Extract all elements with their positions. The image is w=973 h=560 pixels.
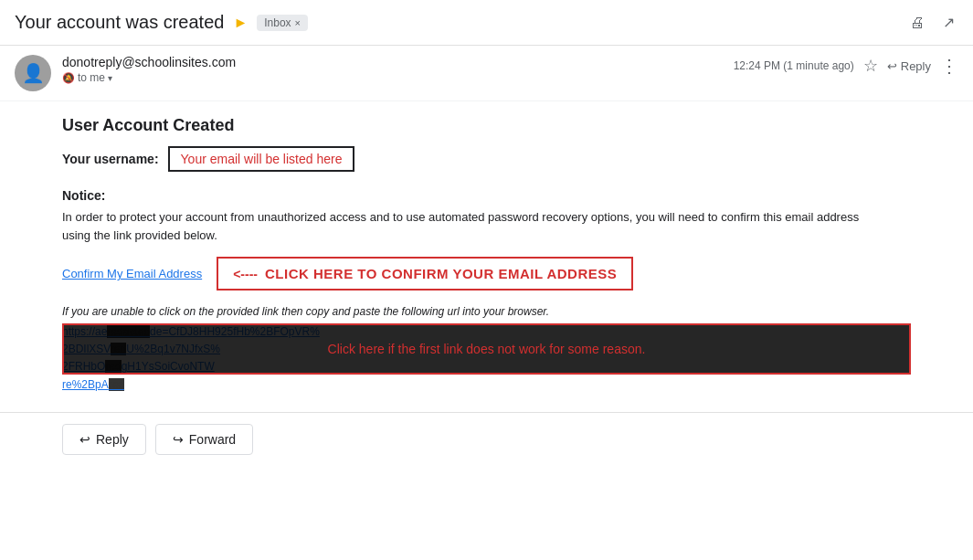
username-label: Your username: <box>62 152 159 166</box>
sender-email: donotreply@schoolinsites.com <box>62 55 723 69</box>
email-title: User Account Created <box>62 116 911 135</box>
confirm-arrow-icon: <---- <box>233 267 258 281</box>
star-button[interactable] <box>863 56 878 76</box>
print-button[interactable] <box>906 9 928 36</box>
reply-header-button[interactable]: Reply <box>887 59 931 73</box>
print-icon <box>910 13 925 32</box>
overlay-second-link[interactable]: Click here if the first link does not wo… <box>62 323 911 375</box>
subject-area: Your account was created ► Inbox × <box>15 12 308 33</box>
chevron-down-icon[interactable] <box>108 71 112 84</box>
more-dots-icon <box>940 58 958 76</box>
avatar-icon <box>22 62 45 84</box>
forward-button[interactable]: Forward <box>155 424 253 455</box>
inbox-close-icon[interactable]: × <box>295 17 301 28</box>
sender-meta: 12:24 PM (1 minute ago) Reply <box>734 55 958 77</box>
url-section: https://aeredactedde=CfDJ8HH925fHb%2BFOp… <box>62 323 911 394</box>
fallback-text: If you are unable to click on the provid… <box>62 305 549 318</box>
timestamp: 12:24 PM (1 minute ago) <box>734 59 854 72</box>
reply-bottom-icon <box>79 432 90 447</box>
notice-label: Notice: <box>62 188 911 203</box>
username-box: Your email will be listed here <box>168 146 355 172</box>
sender-to-row: to me <box>62 71 723 84</box>
username-row: Your username: Your email will be listed… <box>62 146 911 172</box>
top-action-buttons <box>906 9 958 36</box>
more-options-button[interactable] <box>940 55 958 77</box>
reply-header-label: Reply <box>901 59 931 73</box>
email-header-bar: Your account was created ► Inbox × <box>0 0 973 46</box>
reply-bottom-label: Reply <box>96 432 129 447</box>
inbox-badge[interactable]: Inbox × <box>257 15 308 31</box>
star-icon <box>863 57 878 75</box>
email-subject: Your account was created <box>15 12 224 33</box>
confirm-cta-text: CLICK HERE TO CONFIRM YOUR EMAIL ADDRESS <box>265 266 617 281</box>
to-label: to me <box>78 71 105 84</box>
reply-arrow-icon <box>887 59 897 73</box>
confirm-row: Confirm My Email Address <---- CLICK HER… <box>62 257 911 291</box>
fallback-section: If you are unable to click on the provid… <box>62 305 911 318</box>
mute-icon <box>62 71 75 84</box>
username-value: Your email will be listed here <box>181 152 343 166</box>
inbox-label: Inbox <box>264 16 291 29</box>
sender-info: donotreply@schoolinsites.com to me <box>62 55 723 84</box>
label-arrow-icon: ► <box>233 15 248 31</box>
notice-text: In order to protect your account from un… <box>62 208 866 244</box>
bottom-action-bar: Reply Forward <box>0 412 973 466</box>
confirm-cta-box[interactable]: <---- CLICK HERE TO CONFIRM YOUR EMAIL A… <box>217 257 633 291</box>
avatar <box>15 55 51 91</box>
confirm-email-link[interactable]: Confirm My Email Address <box>62 267 202 280</box>
open-newtab-button[interactable] <box>939 9 958 36</box>
newtab-icon <box>943 13 955 32</box>
email-body: User Account Created Your username: Your… <box>0 101 973 408</box>
reply-bottom-button[interactable]: Reply <box>62 424 146 455</box>
notice-section: Notice: In order to protect your account… <box>62 188 911 244</box>
overlay-text: Click here if the first link does not wo… <box>328 342 646 356</box>
forward-label: Forward <box>189 432 236 447</box>
forward-icon <box>173 432 184 447</box>
sender-row: donotreply@schoolinsites.com to me 12:24… <box>0 46 973 101</box>
